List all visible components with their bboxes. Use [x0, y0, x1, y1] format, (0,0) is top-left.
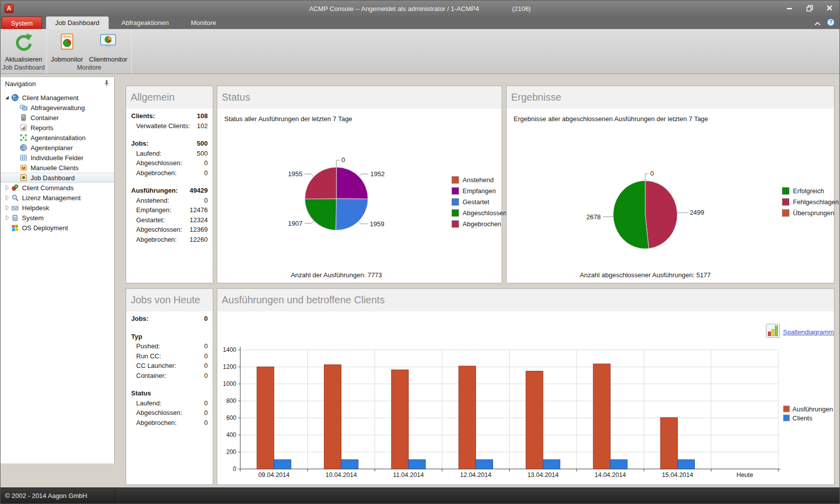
jobs-von-heute-panel: Jobs von Heute Jobs:0TypPushed:0Run CC:0…: [126, 288, 213, 485]
status-panel-title: Status: [217, 86, 502, 109]
jobmonitor-icon: [58, 33, 77, 54]
expander-collapsed-icon[interactable]: [4, 214, 11, 221]
expander-collapsed-icon[interactable]: [4, 204, 11, 211]
y-tick-label: 1400: [223, 346, 236, 353]
pie-value-label: 1907: [288, 220, 302, 227]
close-button[interactable]: [823, 3, 835, 13]
stat-row-clients: Clients:108: [126, 111, 213, 121]
help-button[interactable]: ?: [826, 18, 835, 29]
bar-ausf-hrungen-10-04-2014: [324, 365, 341, 469]
globe-icon: [11, 94, 19, 102]
nav-item-label: Helpdesk: [22, 204, 49, 212]
nav-item-reports[interactable]: Reports: [1, 123, 114, 133]
x-category-label: 15.04.2014: [662, 471, 693, 478]
ribbon-group-label: Monitore: [77, 63, 102, 74]
spaltendiagramm-link[interactable]: Spaltendiagramm: [783, 328, 834, 336]
legend-item-anstehend: Anstehend: [452, 176, 507, 184]
nav-item-abfrageverwaltung[interactable]: Abfrageverwaltung: [1, 103, 114, 113]
pie-value-label: 1959: [370, 220, 384, 228]
nav-item-label: Client Management: [22, 94, 79, 102]
ribbon-group-separator: [131, 29, 132, 74]
y-tick-label: 1000: [223, 380, 236, 387]
stat-row-typ: Typ: [126, 332, 213, 342]
nav-item-label: System: [22, 214, 44, 222]
nav-item-client-commands[interactable]: Client Commands: [1, 183, 114, 193]
legend-swatch: [783, 406, 789, 412]
window-controls: [783, 3, 835, 13]
nav-item-label: Manuelle Clients: [31, 164, 79, 172]
nav-item-individuelle-felder[interactable]: Individuelle Felder: [1, 153, 114, 163]
aktualisieren-button[interactable]: Aktualisieren: [2, 29, 45, 63]
pie-value-label: 1952: [370, 170, 385, 178]
bar-ausf-hrungen-14-04-2014: [593, 364, 610, 469]
pie-slice-erfolgreich: [613, 181, 649, 249]
x-category-label: Heute: [736, 471, 753, 478]
jobmonitor-button[interactable]: Jobmonitor: [48, 29, 86, 63]
stat-row-jobs: Jobs:0: [126, 314, 213, 324]
clientmonitor-icon: [98, 33, 118, 54]
legend-swatch: [452, 198, 459, 206]
x-category-label: 13.04.2014: [527, 471, 559, 478]
collapse-ribbon-button[interactable]: [814, 19, 821, 28]
y-tick-label: 400: [226, 431, 236, 438]
tab-job-dashboard[interactable]: Job Dashboard: [46, 17, 108, 29]
expander-collapsed-icon[interactable]: [4, 184, 11, 191]
nav-item-lizenz-management[interactable]: Lizenz Management: [1, 193, 114, 203]
expander-expanded-icon[interactable]: [4, 94, 11, 101]
bar-ausf-hrungen-15-04-2014: [660, 417, 677, 469]
jobs-von-heute-title: Jobs von Heute: [126, 289, 213, 311]
stat-row-abgeschlossen: Abgeschlossen:0: [126, 408, 213, 418]
license-icon: [11, 194, 19, 202]
container-icon: [20, 114, 28, 122]
spaltendiagramm-icon[interactable]: [766, 324, 780, 340]
copyright-text: © 2002 - 2014 Aagon GmbH: [5, 492, 87, 499]
ausfuehrungen-clients-panel: Ausführungen und betroffene Clients 0200…: [217, 288, 834, 485]
nav-item-agentenplaner[interactable]: Agentenplaner: [1, 143, 114, 153]
ribbon: Aktualisieren Job Dashboard Jobmonitor: [1, 29, 839, 74]
clientmonitor-button[interactable]: Clientmonitor: [86, 29, 131, 63]
nav-item-container[interactable]: Container: [1, 113, 114, 123]
bar-clients-09-04-2014: [274, 459, 291, 469]
y-tick-label: 1200: [223, 363, 236, 370]
bar-clients-12-04-2014: [476, 459, 493, 469]
expander-placeholder: [4, 224, 11, 231]
acmp-console-window: A ACMP Console -- Angemeldet als adminis…: [0, 0, 840, 504]
chevron-up-icon: [814, 21, 821, 26]
stat-row-pushed: Pushed:0: [126, 341, 213, 351]
stat-row-verwaltete-clients: Verwaltete Clients:102: [126, 121, 213, 131]
minimize-button[interactable]: [783, 3, 795, 13]
window-title-text: ACMP Console -- Angemeldet als administr…: [309, 5, 479, 13]
stat-row-jobs: Jobs:500: [126, 139, 213, 149]
svg-text:?: ?: [829, 20, 832, 25]
nav-item-label: Reports: [31, 124, 54, 132]
help-icon: ?: [826, 18, 835, 27]
nav-item-client-management[interactable]: Client Management: [1, 93, 114, 103]
nav-item-helpdesk[interactable]: Helpdesk: [1, 203, 114, 213]
job-dashboard-icon: [20, 174, 28, 182]
stat-row-status: Status: [126, 388, 213, 398]
svg-text:M: M: [22, 166, 26, 171]
x-category-label: 11.04.2014: [393, 471, 424, 478]
tab-monitore[interactable]: Monitore: [182, 17, 225, 29]
client-commands-icon: [11, 184, 19, 192]
tab-system[interactable]: System: [2, 17, 42, 29]
ribbon-tab-bar: SystemJob DashboardAbfrageaktionenMonito…: [1, 17, 839, 29]
allgemein-panel: Allgemein Clients:108Verwaltete Clients:…: [126, 86, 213, 283]
bar-clients-11-04-2014: [408, 459, 426, 469]
stat-row-container: Container:0: [126, 371, 213, 381]
nav-item-system[interactable]: System: [1, 213, 114, 223]
nav-item-agenteninstallation[interactable]: Agenteninstallation: [1, 133, 114, 143]
expander-collapsed-icon[interactable]: [4, 194, 11, 201]
nav-item-job-dashboard[interactable]: Job Dashboard: [1, 173, 114, 183]
close-icon: [826, 5, 832, 11]
minimize-icon: [786, 5, 792, 11]
restore-button[interactable]: [803, 3, 815, 13]
pie-slice-abgebrochen: [305, 167, 336, 199]
tab-abfrageaktionen[interactable]: Abfrageaktionen: [113, 17, 178, 29]
y-tick-label: 600: [226, 414, 236, 421]
legend-swatch: [782, 209, 789, 217]
nav-item-os-deployment[interactable]: OS Deployment: [1, 223, 114, 233]
pin-icon[interactable]: [103, 80, 110, 88]
nav-item-manuelle-clients[interactable]: MManuelle Clients: [1, 163, 114, 173]
stat-row-run-cc: Run CC:0: [126, 351, 213, 361]
